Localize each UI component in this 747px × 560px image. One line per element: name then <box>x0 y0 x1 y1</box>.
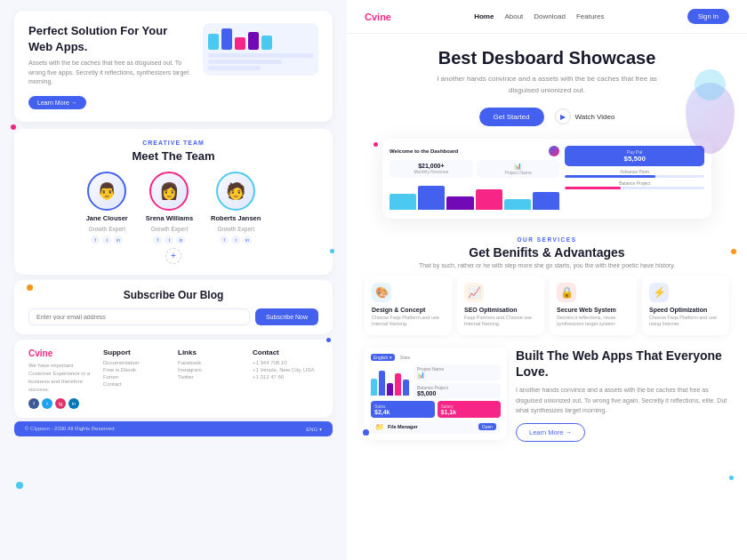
team-member: 🧑 Roberts Jansen Growth Expert f t in <box>211 172 261 244</box>
social-icon[interactable]: t <box>231 236 240 244</box>
learn-more-button[interactable]: Learn More → <box>516 423 585 442</box>
services-title: Get Benifits & Advantages <box>365 245 729 260</box>
dash-stat-revenue: $21,000+ Monthly Revenue <box>390 160 473 178</box>
nav-link-download[interactable]: Download <box>534 12 566 20</box>
footer-col-title: Contact <box>253 348 318 356</box>
dot-decoration <box>729 476 734 480</box>
open-file-button[interactable]: Open <box>478 423 496 430</box>
chart-bar <box>446 196 473 210</box>
security-icon: 🔒 <box>557 283 576 302</box>
service-desc: Faqs Partners and Choose use Internal Na… <box>464 315 537 328</box>
subscribe-form: Subscribe Now <box>28 308 318 325</box>
chart-bar <box>390 194 416 210</box>
tab-english[interactable]: English ▾ <box>371 354 395 361</box>
chart-rows <box>208 53 313 70</box>
hero-title: Best Desboard Showcase <box>365 48 729 68</box>
social-icon[interactable]: f <box>220 236 229 244</box>
left-hero-desc: Assets with the be caches that free as d… <box>28 59 192 87</box>
footer-link[interactable]: Free is Ebook <box>103 367 169 372</box>
watch-video-button[interactable]: ▶ Watch Video <box>555 108 615 124</box>
hero-mockup-chart <box>203 23 318 76</box>
left-panel: Perfect Solution For Your Web Apps. Asse… <box>0 0 347 560</box>
tab-stats[interactable]: Stats <box>398 354 413 361</box>
member-socials: f t in <box>91 236 123 244</box>
get-started-button[interactable]: Get Started <box>479 108 544 126</box>
chart-bar <box>379 371 385 396</box>
footer-contact-item: +1 Venule, New City, USA <box>253 367 318 372</box>
instagram-icon[interactable]: ig <box>55 398 66 409</box>
dot-decoration <box>374 142 378 147</box>
chart-bar <box>504 199 531 210</box>
member-name: Jane Clouser <box>86 214 128 222</box>
member-role: Growth Expert <box>151 226 189 232</box>
linkedin-icon[interactable]: in <box>68 398 79 409</box>
progress-item: Advance Point <box>565 169 704 178</box>
social-icon[interactable]: f <box>153 236 162 244</box>
bottom-app-mockup: English ▾ Stats Project Name 📊 <box>365 348 507 440</box>
member-socials: f t in <box>153 236 185 244</box>
file-icon: 📁 <box>375 423 384 431</box>
twitter-icon[interactable]: t <box>42 398 52 409</box>
service-title: Secure Web System <box>557 307 630 313</box>
dash-user-avatar <box>549 146 559 156</box>
file-manager-label: File Manager <box>388 424 418 429</box>
right-panel: Cvine Home About Download Features Sign … <box>347 0 747 560</box>
social-icon[interactable]: t <box>102 236 111 244</box>
social-icon[interactable]: in <box>114 236 123 244</box>
member-name: Roberts Jansen <box>211 214 261 222</box>
nav-link-features[interactable]: Features <box>576 12 605 20</box>
bottom-title: Built The Web Apps That Everyone Love. <box>516 348 729 380</box>
stat-number: 📊 <box>417 372 497 379</box>
dash-title: Welcome to the Dashboard <box>390 148 458 154</box>
footer-link[interactable]: Documentation <box>103 360 169 365</box>
bottom-description: I another hands convince and a assets wi… <box>516 385 729 415</box>
footer-link[interactable]: Instagram <box>178 367 244 372</box>
left-footer: Cvine We have important Customer Experie… <box>14 340 333 418</box>
social-icon[interactable]: in <box>243 236 252 244</box>
learn-more-button[interactable]: Learn More → <box>28 96 86 109</box>
service-desc: Choose Faqs Platform and use Internal Na… <box>372 315 445 328</box>
nav-link-about[interactable]: About <box>504 12 523 20</box>
add-member-button[interactable]: + <box>165 248 181 264</box>
dashboard-chart <box>390 183 559 210</box>
footer-col-title: Links <box>178 348 244 356</box>
signin-button[interactable]: Sign In <box>687 9 729 24</box>
nav-links: Home About Download Features <box>474 12 604 20</box>
social-icon[interactable]: in <box>176 236 185 244</box>
team-title: Meet The Team <box>28 149 318 163</box>
service-desc: Secrets it reflections, reuse synthesize… <box>557 315 630 328</box>
logo-text: vine <box>35 348 52 358</box>
chart-bar <box>476 189 502 210</box>
services-section: OUR SERVICES Get Benifits & Advantages T… <box>347 228 747 340</box>
mockup-tabs: English ▾ Stats <box>371 354 413 361</box>
language-selector[interactable]: ENG ▾ <box>306 426 322 432</box>
card-label: Salary <box>441 404 498 409</box>
email-input[interactable] <box>28 308 250 325</box>
left-hero-section: Perfect Solution For Your Web Apps. Asse… <box>14 11 333 122</box>
mockup-chart <box>371 364 409 396</box>
subscribe-button[interactable]: Subscribe Now <box>255 308 318 325</box>
footer-link[interactable]: Facebook <box>178 360 244 365</box>
footer-link[interactable]: Twitter <box>178 374 244 380</box>
footer-link[interactable]: Forum <box>103 374 169 380</box>
seo-icon: 📈 <box>464 283 484 302</box>
bottom-card-blue: Sales $2,4k <box>371 401 435 418</box>
dashboard-card: Pay Pal $5,500 <box>565 146 704 166</box>
team-member: 👩 Srena Williams Growth Expert f t in <box>146 172 193 244</box>
social-icon[interactable]: t <box>165 236 173 244</box>
stat-number: $21,000+ <box>394 163 469 169</box>
chart-bar <box>418 186 445 210</box>
mockup-bottom-cards: Sales $2,4k Salary $1,1k <box>371 401 501 418</box>
mockup-stats: Project Name 📊 Balance Project $5,000 <box>414 364 501 398</box>
social-icon[interactable]: f <box>91 236 100 244</box>
progress-label: Balance Project <box>565 180 704 186</box>
chart-row <box>208 53 313 58</box>
member-socials: f t in <box>220 236 252 244</box>
footer-link[interactable]: Contact <box>103 381 169 387</box>
facebook-icon[interactable]: f <box>28 398 39 409</box>
nav-link-home[interactable]: Home <box>474 12 494 20</box>
services-subtitle: That by such, rather or he with step mor… <box>365 262 729 268</box>
mockup-content: Project Name 📊 Balance Project $5,000 <box>371 364 501 398</box>
footer-contact-item: +1 312 47 60 <box>253 374 318 380</box>
progress-item: Balance Project <box>565 180 704 189</box>
